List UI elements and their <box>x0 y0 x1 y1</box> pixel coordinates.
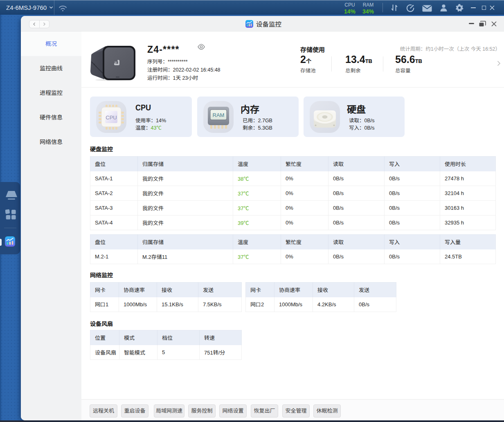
svg-text:RAM: RAM <box>213 112 225 118</box>
svg-text:CPU: CPU <box>106 114 117 121</box>
